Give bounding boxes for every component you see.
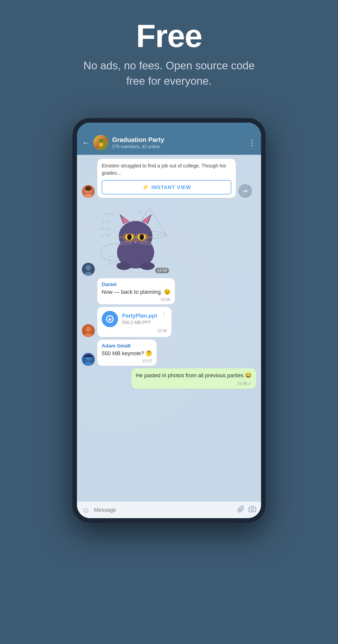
table-row: Daniel Now — back to planning. 😉 15:06 [82, 278, 256, 304]
group-status: 278 members, 42 online [112, 144, 245, 149]
group-name: Graduation Party [112, 136, 245, 144]
message-text: He pasted in photos from all previous pa… [136, 372, 252, 380]
phone-outer-frame: ← 🍍 Graduation Party 278 members, 42 onl… [72, 118, 266, 523]
svg-point-3 [85, 186, 91, 191]
message-time: 15:07 [102, 359, 152, 363]
message-bubble: Daniel Now — back to planning. 😉 15:06 [97, 278, 175, 304]
status-bar [77, 122, 261, 132]
message-text: 550 MB keynote? 🤔 [102, 350, 152, 358]
message-sender: Daniel [102, 282, 170, 287]
svg-text:V = l³: V = l³ [102, 220, 110, 224]
table-row: Adam Smidt 550 MB keynote? 🤔 15:07 [82, 340, 256, 366]
svg-point-28 [140, 234, 144, 240]
svg-point-39 [117, 262, 131, 270]
message-time: 15:08 ✓ [136, 381, 252, 386]
file-info: PartyPlan.ppt 550.2 MB PPT [122, 312, 157, 325]
svg-point-51 [251, 508, 254, 510]
message-time: 15:06 [102, 298, 170, 302]
sticker-time: 14:58 [155, 268, 169, 273]
message-text: Now — back to planning. 😉 [102, 288, 170, 296]
svg-rect-50 [84, 356, 92, 357]
file-size: 550.2 MB PPT [122, 320, 157, 325]
sticker-image: A = πr² V = l³ P = 2πr A = πr² θ h s [97, 200, 171, 275]
read-receipt-icon: ✓ [248, 381, 252, 386]
file-bubble: PartyPlan.ppt 550.2 MB PPT ⋮ 15:06 [97, 307, 171, 337]
svg-text:P = 2πr: P = 2πr [101, 227, 111, 231]
message-input[interactable] [94, 507, 233, 513]
emoji-button[interactable]: ☺ [82, 506, 90, 515]
sticker-container: A = πr² V = l³ P = 2πr A = πr² θ h s [97, 200, 171, 276]
group-info: Graduation Party 278 members, 42 online [112, 136, 245, 149]
table-row: He pasted in photos from all previous pa… [82, 368, 256, 389]
outgoing-message-bubble: He pasted in photos from all previous pa… [131, 368, 256, 389]
phone-mockup: ← 🍍 Graduation Party 278 members, 42 onl… [72, 118, 266, 523]
table-row: A = πr² V = l³ P = 2πr A = πr² θ h s [82, 200, 256, 276]
chat-menu-button[interactable]: ⋮ [248, 138, 256, 148]
file-menu-button[interactable]: ⋮ [161, 311, 167, 318]
avatar [82, 353, 95, 366]
message-sender: Adam Smidt [102, 343, 152, 349]
hero-section: Free No ads, no fees. Open source code f… [0, 0, 338, 103]
file-download-button[interactable] [102, 311, 118, 327]
chat-header: ← 🍍 Graduation Party 278 members, 42 onl… [77, 132, 261, 155]
svg-point-42 [86, 326, 91, 332]
group-avatar: 🍍 [93, 135, 109, 150]
link-text: Einstein struggled to find a job out of … [102, 162, 231, 176]
hero-subtitle: No ads, no fees. Open source code free f… [72, 58, 266, 88]
back-button[interactable]: ← [82, 139, 90, 147]
file-time: 15:06 [102, 329, 167, 333]
share-button[interactable] [238, 184, 252, 198]
instant-view-button[interactable]: ⚡ INSTANT VIEW [102, 180, 231, 194]
avatar [82, 324, 95, 337]
avatar [82, 263, 95, 276]
avatar [82, 185, 95, 198]
svg-text:A = πr²: A = πr² [101, 233, 111, 237]
svg-point-27 [127, 234, 132, 240]
svg-point-40 [140, 262, 155, 270]
camera-button[interactable] [249, 505, 256, 515]
bolt-icon: ⚡ [142, 184, 149, 190]
table-row: Einstein struggled to find a job out of … [82, 159, 256, 198]
svg-point-5 [86, 265, 91, 270]
svg-line-32 [119, 237, 124, 238]
svg-text:θ: θ [139, 211, 141, 215]
chat-area: Einstein struggled to find a job out of … [77, 155, 261, 502]
message-bubble: Adam Smidt 550 MB keynote? 🤔 15:07 [97, 340, 157, 366]
hero-title: Free [136, 20, 202, 52]
link-preview-bubble: Einstein struggled to find a job out of … [97, 159, 236, 198]
attachment-button[interactable] [237, 505, 245, 515]
svg-line-33 [147, 237, 152, 238]
phone-screen: ← 🍍 Graduation Party 278 members, 42 onl… [77, 122, 261, 518]
instant-view-label: INSTANT VIEW [151, 184, 191, 190]
message-input-bar: ☺ [77, 502, 261, 518]
svg-text:A = πr²: A = πr² [104, 212, 115, 216]
file-name: PartyPlan.ppt [122, 312, 157, 319]
table-row: PartyPlan.ppt 550.2 MB PPT ⋮ 15:06 [82, 307, 256, 337]
